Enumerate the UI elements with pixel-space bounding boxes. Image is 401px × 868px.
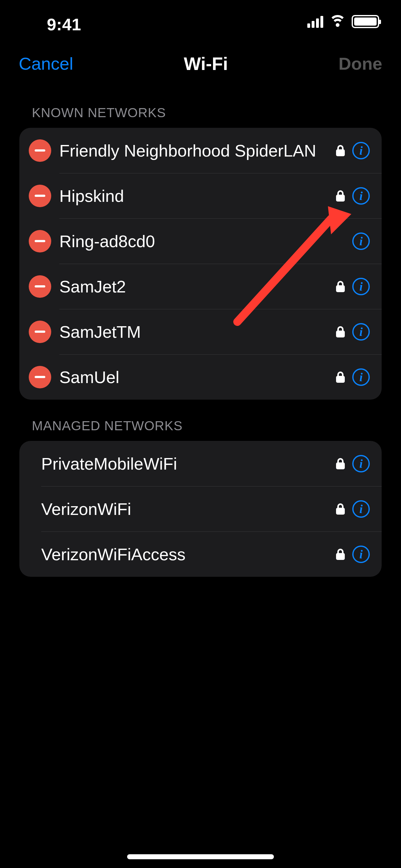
network-name: SamJet2 — [59, 277, 336, 296]
cellular-icon — [307, 15, 323, 28]
lock-icon — [336, 326, 345, 337]
minus-icon — [35, 240, 45, 242]
known-networks-list: Friendly Neighborhood SpiderLANiHipskind… — [20, 128, 381, 400]
delete-button[interactable] — [29, 230, 51, 252]
lock-icon — [336, 281, 345, 292]
network-name: SamJetTM — [59, 322, 336, 342]
info-button[interactable]: i — [352, 323, 370, 341]
lock-icon — [336, 458, 345, 469]
home-indicator — [127, 854, 274, 859]
battery-icon — [352, 15, 379, 28]
network-row[interactable]: SamJet2i — [20, 264, 381, 309]
minus-icon — [35, 285, 45, 287]
network-name: VerizonWiFi — [41, 499, 336, 519]
delete-button[interactable] — [29, 275, 51, 298]
status-icons — [307, 15, 379, 28]
network-name: Ring-ad8cd0 — [59, 231, 352, 251]
lock-icon — [336, 372, 345, 383]
delete-button[interactable] — [29, 140, 51, 162]
lock-icon — [336, 145, 345, 156]
status-time: 9:41 — [47, 15, 81, 34]
network-name: VerizonWiFiAccess — [41, 545, 336, 564]
network-name: PrivateMobileWiFi — [41, 454, 336, 473]
network-row[interactable]: Hipskindi — [20, 173, 381, 218]
network-name: Friendly Neighborhood SpiderLAN — [59, 141, 336, 160]
managed-networks-section: MANAGED NETWORKS PrivateMobileWiFiiVeriz… — [0, 400, 401, 577]
network-row[interactable]: VerizonWiFii — [20, 486, 381, 531]
network-row[interactable]: Ring-ad8cd0i — [20, 218, 381, 264]
status-bar: 9:41 — [0, 0, 401, 37]
managed-networks-list: PrivateMobileWiFiiVerizonWiFiiVerizonWiF… — [20, 441, 381, 577]
info-button[interactable]: i — [352, 546, 370, 563]
network-row[interactable]: SamUeli — [20, 354, 381, 400]
known-networks-section: KNOWN NETWORKS Friendly Neighborhood Spi… — [0, 87, 401, 400]
info-button[interactable]: i — [352, 368, 370, 386]
nav-header: Cancel Wi-Fi Done — [0, 37, 401, 87]
info-button[interactable]: i — [352, 278, 370, 295]
network-row[interactable]: SamJetTMi — [20, 309, 381, 354]
info-button[interactable]: i — [352, 142, 370, 159]
minus-icon — [35, 149, 45, 152]
lock-icon — [336, 549, 345, 560]
minus-icon — [35, 376, 45, 378]
wifi-icon — [329, 15, 346, 28]
network-row[interactable]: VerizonWiFiAccessi — [20, 531, 381, 577]
info-button[interactable]: i — [352, 232, 370, 250]
info-button[interactable]: i — [352, 500, 370, 518]
delete-button[interactable] — [29, 185, 51, 207]
known-networks-header: KNOWN NETWORKS — [20, 87, 381, 128]
info-button[interactable]: i — [352, 187, 370, 205]
minus-icon — [35, 195, 45, 197]
done-button[interactable]: Done — [338, 54, 382, 74]
lock-icon — [336, 190, 345, 202]
network-name: Hipskind — [59, 186, 336, 206]
network-row[interactable]: PrivateMobileWiFii — [20, 441, 381, 486]
delete-button[interactable] — [29, 320, 51, 343]
cancel-button[interactable]: Cancel — [19, 54, 73, 74]
network-name: SamUel — [59, 367, 336, 387]
page-title: Wi-Fi — [184, 53, 228, 74]
minus-icon — [35, 331, 45, 333]
managed-networks-header: MANAGED NETWORKS — [20, 400, 381, 441]
network-row[interactable]: Friendly Neighborhood SpiderLANi — [20, 128, 381, 173]
lock-icon — [336, 503, 345, 515]
info-button[interactable]: i — [352, 455, 370, 472]
delete-button[interactable] — [29, 366, 51, 389]
